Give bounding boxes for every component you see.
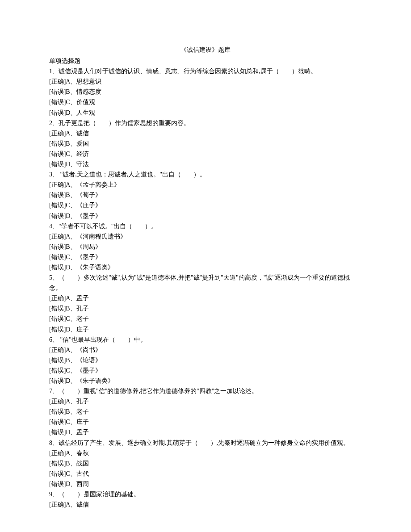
option-d: [错误]D、孟子	[49, 427, 362, 437]
question-3: 3、 "诚者,天之道也；思诚者,人之道也。"出自（ ）。 [正确]A、《孟子离娄…	[49, 169, 362, 221]
option-c: [错误]C、经济	[49, 149, 362, 159]
option-d: [错误]D、《朱子语类》	[49, 262, 362, 272]
option-d: [错误]D、庄子	[49, 324, 362, 335]
question-stem: 1、诚信观是人们对于诚信的认识、情感、意志、行为等综合因素的认知总和,属于（ ）…	[49, 66, 362, 76]
option-d: [错误]D、《墨子》	[49, 211, 362, 221]
option-a: [正确]A、《孟子离娄上》	[49, 180, 362, 190]
question-stem: 6、 "信"也最早出现在（ ）中。	[49, 335, 362, 345]
question-6: 6、 "信"也最早出现在（ ）中。 [正确]A、《尚书》 [错误]B、《论语》 …	[49, 335, 362, 386]
question-stem: 5、（ ）多次论述"诚",认为"诚"是道德本体,并把"诚"提升到"天道"的高度，…	[49, 272, 362, 293]
option-a: [正确]A、《尚书》	[49, 345, 362, 355]
option-b: [错误]B、老子	[49, 406, 362, 417]
option-a: [正确]A、思想意识	[49, 76, 362, 87]
option-c: [错误]C、《庄子》	[49, 200, 362, 210]
option-b: [错误]B、《周易》	[49, 242, 362, 252]
option-c: [错误]C、《墨子》	[49, 365, 362, 376]
option-b: [错误]B、战国	[49, 458, 362, 469]
question-2: 2、孔子更是把（ ）作为儒家思想的重要内容。 [正确]A、诚信 [错误]B、爱国…	[49, 118, 362, 169]
option-d: [错误]D、人生观	[49, 108, 362, 118]
option-c: [错误]C、古代	[49, 469, 362, 479]
option-b: [错误]B、爱国	[49, 138, 362, 149]
option-a: [正确]A、诚信	[49, 128, 362, 138]
option-b: [错误]B、《荀子》	[49, 190, 362, 200]
option-a: [正确]A、《河南程氏遗书》	[49, 231, 362, 242]
question-stem: 2、孔子更是把（ ）作为儒家思想的重要内容。	[49, 118, 362, 128]
question-stem: 4、"学者不可以不诚。"出自（ ）。	[49, 221, 362, 231]
document-title: 《诚信建设》题库	[49, 45, 362, 55]
option-a: [正确]A、春秋	[49, 448, 362, 458]
option-b: [错误]B、孔子	[49, 303, 362, 314]
question-1: 1、诚信观是人们对于诚信的认识、情感、意志、行为等综合因素的认知总和,属于（ ）…	[49, 66, 362, 117]
option-c: [错误]C、庄子	[49, 417, 362, 427]
option-b: [错误]B、《论语》	[49, 355, 362, 365]
question-9: 9、（ ）是国家治理的基础。 [正确]A、诚信	[49, 489, 362, 510]
option-a: [正确]A、孔子	[49, 396, 362, 406]
section-header: 单项选择题	[49, 56, 362, 66]
question-stem: 3、 "诚者,天之道也；思诚者,人之道也。"出自（ ）。	[49, 169, 362, 180]
option-d: [错误]D、《朱子语类》	[49, 376, 362, 386]
option-a: [正确]A、孟子	[49, 293, 362, 303]
option-a: [正确]A、诚信	[49, 499, 362, 510]
question-stem: 8、诚信经历了产生、发展、逐步确立时期.其萌芽于（ ）,先秦时逐渐确立为一种修身…	[49, 438, 362, 448]
question-8: 8、诚信经历了产生、发展、逐步确立时期.其萌芽于（ ）,先秦时逐渐确立为一种修身…	[49, 438, 362, 489]
option-b: [错误]B、情感态度	[49, 87, 362, 97]
question-stem: 9、（ ）是国家治理的基础。	[49, 489, 362, 499]
question-stem: 7、（ ）重视"信"的道德修养,把它作为道德修养的"四教"之一加以论述。	[49, 386, 362, 396]
option-d: [错误]D、守法	[49, 159, 362, 169]
question-4: 4、"学者不可以不诚。"出自（ ）。 [正确]A、《河南程氏遗书》 [错误]B、…	[49, 221, 362, 272]
option-c: [错误]C、老子	[49, 314, 362, 324]
question-7: 7、（ ）重视"信"的道德修养,把它作为道德修养的"四教"之一加以论述。 [正确…	[49, 386, 362, 437]
question-5: 5、（ ）多次论述"诚",认为"诚"是道德本体,并把"诚"提升到"天道"的高度，…	[49, 272, 362, 335]
option-d: [错误]D、西周	[49, 479, 362, 489]
option-c: [错误]C、《墨子》	[49, 252, 362, 262]
option-c: [错误]C、价值观	[49, 97, 362, 107]
